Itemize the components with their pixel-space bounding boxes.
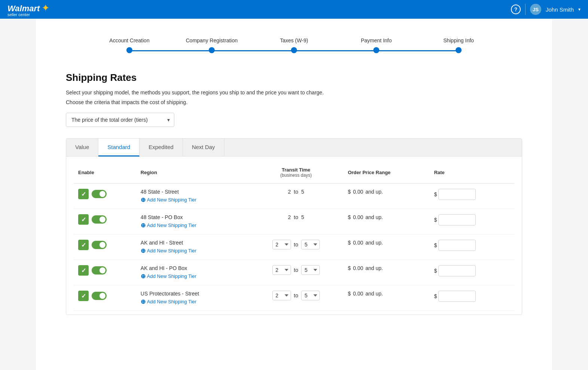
transit-cell-4: 2345 to 5678: [249, 260, 343, 285]
transit-cell-2: 2 to 5: [249, 209, 343, 234]
checkbox-2[interactable]: [78, 214, 89, 225]
table-wrapper: Enable Region Transit Time (business day…: [66, 157, 522, 315]
table-row: 48 State - PO Box ⊕ Add New Shipping Tie…: [74, 209, 514, 234]
th-enable: Enable: [74, 164, 136, 184]
toggle-2[interactable]: [92, 215, 107, 224]
transit-to-label-1: to: [294, 189, 298, 195]
rate-2: $: [434, 214, 510, 225]
toggle-4[interactable]: [92, 266, 107, 275]
price-range-2: $ 0.00 and up.: [348, 214, 425, 220]
dollar-sign-3: $: [348, 240, 351, 246]
add-tier-link-3[interactable]: ⊕ Add New Shipping Tier: [141, 247, 244, 254]
step-dot-payment-info: [373, 47, 379, 53]
price-range-4: $ 0.00 and up.: [348, 265, 425, 271]
tab-standard[interactable]: Standard: [98, 139, 140, 157]
avatar: JS: [530, 4, 541, 15]
enable-toggle-3[interactable]: [78, 240, 132, 250]
toggle-1[interactable]: [92, 190, 107, 198]
tab-value[interactable]: Value: [66, 139, 98, 156]
rate-dollar-2: $: [434, 217, 437, 223]
transit-from-1: 2: [288, 189, 291, 195]
transit-from-select-4[interactable]: 2345: [272, 265, 291, 275]
rate-input-5[interactable]: [438, 291, 476, 302]
enable-cell-3: [74, 234, 136, 260]
rate-dollar-5: $: [434, 293, 437, 299]
price-range-cell-5: $ 0.00 and up.: [343, 285, 430, 311]
rate-1: $: [434, 189, 510, 200]
transit-end-1: 5: [301, 189, 304, 195]
enable-toggle-2[interactable]: [78, 214, 132, 225]
transit-from-select-3[interactable]: 2345: [272, 240, 291, 249]
criteria-select[interactable]: The price of the total order (tiers) Wei…: [66, 113, 174, 127]
checkbox-3[interactable]: [78, 240, 89, 250]
checkbox-4[interactable]: [78, 265, 89, 276]
walmart-star-icon: ✦: [42, 2, 50, 13]
region-cell-4: AK and HI - PO Box ⊕ Add New Shipping Ti…: [136, 260, 249, 285]
th-transit-time: Transit Time (business days): [249, 164, 343, 184]
price-value-5: 0.00: [353, 291, 363, 297]
chevron-down-icon[interactable]: ▾: [578, 7, 581, 12]
step-label-account-creation: Account Creation: [109, 37, 149, 43]
region-cell-5: US Protectorates - Street ⊕ Add New Ship…: [136, 285, 249, 311]
add-tier-link-1[interactable]: ⊕ Add New Shipping Tier: [141, 196, 244, 203]
tabs-bar: Value Standard Expedited Next Day: [66, 139, 522, 157]
and-up-5: and up.: [365, 291, 383, 297]
transit-cell-5: 2345 to 5678: [249, 285, 343, 311]
enable-toggle-1[interactable]: [78, 189, 132, 199]
help-button[interactable]: ?: [511, 4, 521, 14]
step-dot-shipping-info: [456, 47, 462, 53]
transit-to-label-5: to: [294, 292, 298, 298]
rate-input-1[interactable]: [438, 189, 476, 200]
transit-cell-1: 2 to 5: [249, 184, 343, 209]
step-line-account-creation: [129, 50, 212, 51]
transit-cell-3: 2345 to 5678: [249, 234, 343, 260]
add-tier-icon-1: ⊕: [141, 196, 146, 203]
enable-cell-1: [74, 184, 136, 209]
toggle-5[interactable]: [92, 292, 107, 300]
dollar-sign-4: $: [348, 265, 351, 271]
header-right: ? JS John Smith ▾: [511, 4, 581, 15]
step-label-payment-info: Payment Info: [361, 37, 392, 43]
add-tier-link-2[interactable]: ⊕ Add New Shipping Tier: [141, 222, 244, 229]
rate-cell-2: $: [429, 209, 514, 234]
criteria-dropdown[interactable]: The price of the total order (tiers) Wei…: [66, 113, 174, 127]
rate-input-2[interactable]: [438, 214, 476, 225]
enable-toggle-5[interactable]: [78, 291, 132, 301]
add-tier-link-5[interactable]: ⊕ Add New Shipping Tier: [141, 298, 244, 305]
price-range-cell-1: $ 0.00 and up.: [343, 184, 430, 209]
tab-next-day[interactable]: Next Day: [183, 139, 224, 156]
transit-to-label-3: to: [294, 242, 298, 248]
add-tier-link-4[interactable]: ⊕ Add New Shipping Tier: [141, 273, 244, 280]
and-up-1: and up.: [365, 189, 383, 195]
rate-input-4[interactable]: [438, 265, 476, 276]
price-value-1: 0.00: [353, 189, 363, 195]
step-dot-taxes: [291, 47, 297, 53]
user-name: John Smith: [546, 6, 574, 13]
transit-values-4[interactable]: 2345 to 5678: [253, 265, 339, 275]
table-row: 48 State - Street ⊕ Add New Shipping Tie…: [74, 184, 514, 209]
transit-sub-label: (business days): [253, 173, 339, 178]
walmart-brand-text: Walmart: [7, 4, 40, 13]
checkbox-1[interactable]: [78, 189, 89, 199]
th-rate: Rate: [429, 164, 514, 184]
rate-dollar-4: $: [434, 268, 437, 274]
transit-to-select-3[interactable]: 5678: [301, 240, 320, 249]
th-region: Region: [136, 164, 249, 184]
transit-values-5[interactable]: 2345 to 5678: [253, 291, 339, 300]
step-dot-account-creation: [126, 47, 132, 53]
transit-values-3[interactable]: 2345 to 5678: [253, 240, 339, 249]
enable-toggle-4[interactable]: [78, 265, 132, 276]
toggle-3[interactable]: [92, 241, 107, 249]
transit-to-select-5[interactable]: 5678: [301, 291, 320, 300]
enable-cell-5: [74, 285, 136, 311]
rate-input-3[interactable]: [438, 240, 476, 251]
price-range-1: $ 0.00 and up.: [348, 189, 425, 195]
region-cell-1: 48 State - Street ⊕ Add New Shipping Tie…: [136, 184, 249, 209]
tab-expedited[interactable]: Expedited: [140, 139, 183, 156]
price-value-2: 0.00: [353, 214, 363, 220]
transit-from-select-5[interactable]: 2345: [272, 291, 291, 300]
checkbox-5[interactable]: [78, 291, 89, 301]
region-name-5: US Protectorates - Street: [141, 291, 244, 297]
transit-to-select-4[interactable]: 5678: [301, 265, 320, 275]
add-tier-icon-2: ⊕: [141, 222, 146, 229]
